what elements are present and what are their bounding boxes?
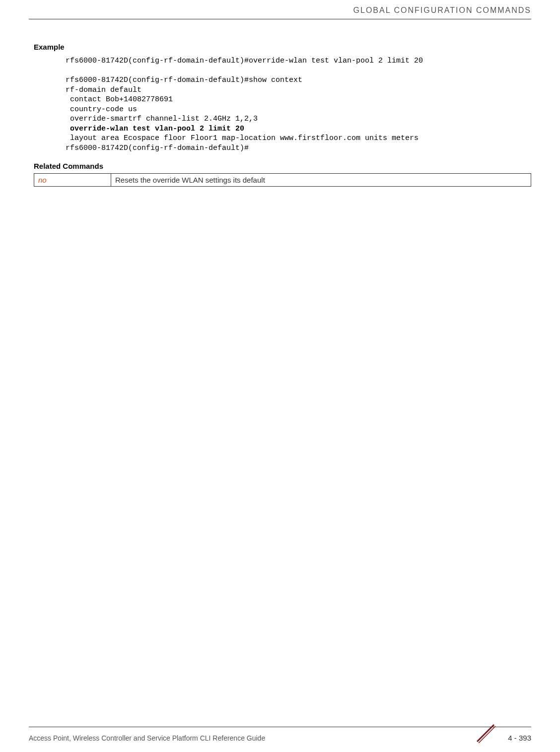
related-commands-heading: Related Commands xyxy=(34,162,531,170)
table-row: no Resets the override WLAN settings its… xyxy=(34,174,531,187)
header-rule xyxy=(29,19,531,19)
code-line: rfs6000-81742D(config-rf-domain-default)… xyxy=(66,144,249,152)
svg-line-1 xyxy=(479,726,495,743)
example-heading: Example xyxy=(34,43,531,51)
related-command-description: Resets the override WLAN settings its de… xyxy=(111,174,531,187)
related-command-name: no xyxy=(34,174,111,187)
code-line: rfs6000-81742D(config-rf-domain-default)… xyxy=(66,57,423,65)
related-commands-table: no Resets the override WLAN settings its… xyxy=(34,173,531,187)
footer-rule xyxy=(29,727,531,727)
page-number: 4 - 393 xyxy=(508,734,531,742)
footer-slash-icon xyxy=(476,723,495,743)
footer-text: Access Point, Wireless Controller and Se… xyxy=(29,734,265,742)
code-line-bold: override-wlan test vlan-pool 2 limit 20 xyxy=(66,125,244,133)
code-line: country-code us xyxy=(66,105,137,114)
code-line: override-smartrf channel-list 2.4GHz 1,2… xyxy=(66,115,258,123)
page-header: GLOBAL CONFIGURATION COMMANDS xyxy=(353,6,531,15)
code-block-1: rfs6000-81742D(config-rf-domain-default)… xyxy=(66,56,531,153)
code-line: rf-domain default xyxy=(66,86,141,94)
code-line: contact Bob+14082778691 xyxy=(66,95,173,104)
code-line: layout area Ecospace floor Floor1 map-lo… xyxy=(66,134,419,142)
code-line: rfs6000-81742D(config-rf-domain-default)… xyxy=(66,76,302,84)
main-content: Example rfs6000-81742D(config-rf-domain-… xyxy=(34,43,531,187)
svg-line-0 xyxy=(477,725,494,742)
